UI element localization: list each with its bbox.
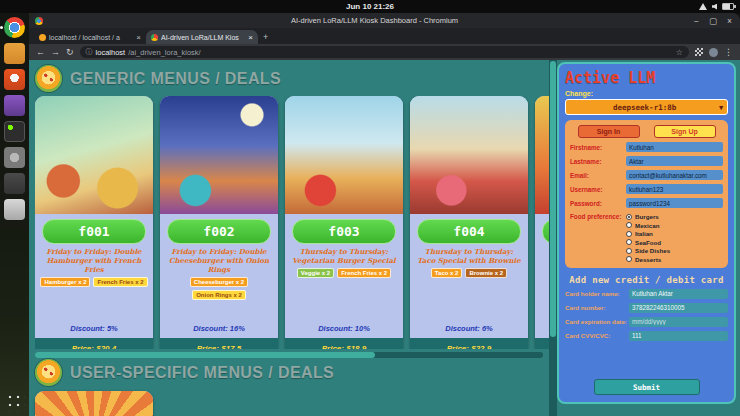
browser-window: AI-driven LoRa/LLM Kiosk Dashboard - Chr… xyxy=(29,13,740,416)
sign-in-button[interactable]: Sign In xyxy=(578,125,640,138)
tab-localhost[interactable]: localhost / localhost / a × xyxy=(34,30,146,44)
bookmark-star-icon[interactable]: ☆ xyxy=(676,48,683,57)
reload-icon[interactable]: ↻ xyxy=(66,48,74,57)
menu-kebab-icon[interactable]: ⋮ xyxy=(724,48,733,57)
tab-close-icon[interactable]: × xyxy=(136,33,141,42)
card-expiration-field[interactable] xyxy=(629,317,728,327)
system-top-bar: Jun 10 21:26 xyxy=(0,0,740,13)
password-label: Password: xyxy=(570,200,626,207)
dock-icon-trash[interactable] xyxy=(4,199,25,220)
window-titlebar[interactable]: AI-driven LoRa/LLM Kiosk Dashboard - Chr… xyxy=(29,13,740,28)
radio-button[interactable] xyxy=(626,256,632,262)
dock-icon-files[interactable] xyxy=(4,43,25,64)
card-illustration xyxy=(410,96,528,214)
scrollbar-thumb[interactable] xyxy=(35,352,375,358)
radio-button[interactable] xyxy=(626,239,632,245)
menu-card-f004[interactable]: f004 Thursday to Thursday: Taco Special … xyxy=(410,96,528,349)
dock-icon-terminal[interactable] xyxy=(4,121,25,142)
card-holder-label: Card holder name: xyxy=(565,290,629,297)
system-clock[interactable]: Jun 10 21:26 xyxy=(0,0,740,13)
dock-icon-system-monitor[interactable] xyxy=(4,173,25,194)
new-tab-button[interactable]: + xyxy=(263,32,268,42)
restaurant-logo xyxy=(35,65,62,92)
tab-label: AI-driven LoRa/LLM Kios xyxy=(161,34,245,41)
forward-icon[interactable]: → xyxy=(51,48,60,57)
minimize-button[interactable]: − xyxy=(694,16,699,26)
username-label: Username: xyxy=(570,186,626,193)
sign-up-button[interactable]: Sign Up xyxy=(654,125,716,138)
menu-card-partial[interactable] xyxy=(35,391,153,416)
food-option-mexican[interactable]: Mexican xyxy=(626,222,723,229)
lastname-field[interactable] xyxy=(626,156,723,166)
profile-avatar[interactable] xyxy=(709,48,718,57)
discount-text: Discount: 16% xyxy=(160,324,278,333)
user-specific-menus-section-header: USER-SPECIFIC MENUS / DEALS xyxy=(35,359,334,386)
password-field[interactable] xyxy=(626,198,723,208)
battery-icon xyxy=(722,3,734,10)
price-text: Price: $20.4 xyxy=(35,338,153,349)
radio-button[interactable] xyxy=(626,214,632,220)
card-cvv-field[interactable] xyxy=(629,331,728,341)
food-option-side-dishes[interactable]: Side Dishes xyxy=(626,247,723,254)
discount-text: Discount: 5% xyxy=(35,324,153,333)
form-row: Card CVV/CVC: xyxy=(565,331,728,341)
dock-icon-app-grid[interactable] xyxy=(4,391,25,412)
radio-button[interactable] xyxy=(626,231,632,237)
item-tag: Hamburger x 2 xyxy=(40,277,90,287)
generic-menus-section-header: GENERIC MENUS / DEALS xyxy=(35,65,281,92)
food-preference-options: Burgers Mexican Italian xyxy=(626,213,723,263)
firstname-field[interactable] xyxy=(626,142,723,152)
dock-icon-settings[interactable] xyxy=(4,147,25,168)
extensions-icon[interactable] xyxy=(695,48,703,56)
form-row: Email: xyxy=(570,170,723,180)
active-llm-panel: Active LLM Change: deepseek-r1:8b ▾ Sign… xyxy=(557,62,736,404)
radio-button[interactable] xyxy=(626,222,632,228)
food-option-desserts[interactable]: Desserts xyxy=(626,256,723,263)
item-tags: Horchata x 2 xyxy=(535,259,549,269)
dock-icon-software-center[interactable] xyxy=(4,69,25,90)
menu-card-f003[interactable]: f003 Thursday to Thursday: Vegetarian Bu… xyxy=(285,96,403,349)
username-field[interactable] xyxy=(626,184,723,194)
tab-strip: localhost / localhost / a × AI-driven Lo… xyxy=(29,28,740,44)
scrollbar-thumb[interactable] xyxy=(550,61,556,337)
back-icon[interactable]: ← xyxy=(36,48,45,57)
maximize-button[interactable]: ▢ xyxy=(709,16,717,26)
price-text: Price: $22.9 xyxy=(410,338,528,349)
horizontal-scrollbar[interactable] xyxy=(35,352,543,358)
email-label: Email: xyxy=(570,172,626,179)
site-info-icon[interactable]: ⓘ xyxy=(86,47,93,57)
vertical-scrollbar[interactable] xyxy=(549,60,557,416)
llm-model-select[interactable]: deepseek-r1:8b ▾ xyxy=(565,99,728,115)
radio-button[interactable] xyxy=(626,248,632,254)
form-row: Firstname: xyxy=(570,142,723,152)
price-text: Price: $18.9 xyxy=(285,338,403,349)
item-tag: Veggie x 2 xyxy=(297,268,334,278)
chromium-icon xyxy=(35,17,43,25)
card-holder-field[interactable] xyxy=(629,289,728,299)
browser-toolbar: ← → ↻ ⓘ localhost /ai_driven_lora_kiosk/… xyxy=(29,44,740,60)
close-button[interactable]: × xyxy=(727,16,732,26)
item-tag: Onion Rings x 2 xyxy=(192,290,246,300)
menu-card-f002[interactable]: f002 Friday to Friday: Double Cheeseburg… xyxy=(160,96,278,349)
food-option-seafood[interactable]: SeaFood xyxy=(626,239,723,246)
item-tag: Taco x 2 xyxy=(431,268,463,278)
card-illustration xyxy=(285,96,403,214)
email-field[interactable] xyxy=(626,170,723,180)
discount-text: Discount: 10% xyxy=(285,324,403,333)
tab-close-icon[interactable]: × xyxy=(248,33,253,42)
card-number-label: Card number: xyxy=(565,304,629,311)
address-bar[interactable]: ⓘ localhost /ai_driven_lora_kiosk/ ☆ xyxy=(80,46,689,58)
card-illustration xyxy=(35,391,153,416)
lastname-label: Lastname: xyxy=(570,158,626,165)
food-option-burgers[interactable]: Burgers xyxy=(626,213,723,220)
card-number-field[interactable] xyxy=(629,303,728,313)
submit-button[interactable]: Submit xyxy=(594,379,700,395)
system-status-area[interactable] xyxy=(699,0,734,13)
menu-card-f005[interactable]: f005 Thursday to Thursday: Horchata x 2 xyxy=(535,96,549,349)
tab-kiosk-dashboard[interactable]: AI-driven LoRa/LLM Kios × xyxy=(146,30,258,44)
window-controls: − ▢ × xyxy=(694,13,732,28)
food-option-italian[interactable]: Italian xyxy=(626,230,723,237)
dock-icon-chromium[interactable] xyxy=(4,17,25,38)
dock-icon-text-editor[interactable] xyxy=(4,95,25,116)
menu-card-f001[interactable]: f001 Friday to Friday: Double Hamburger … xyxy=(35,96,153,349)
